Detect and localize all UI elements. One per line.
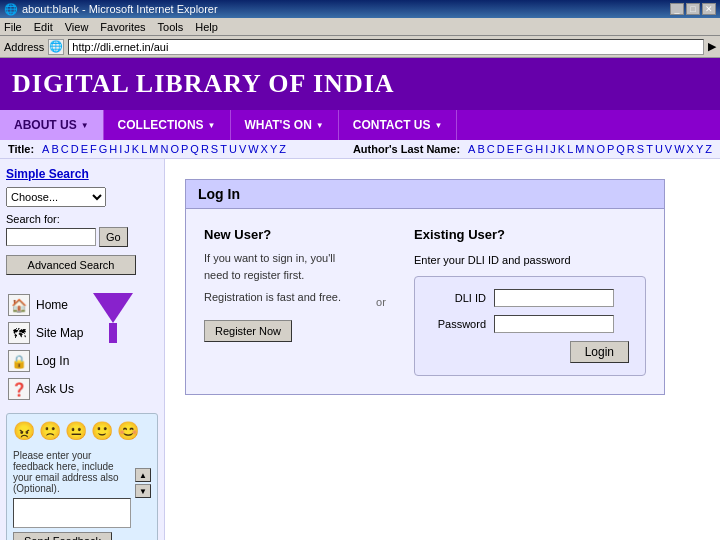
emoji-angry[interactable]: 😠	[13, 420, 35, 442]
login-title: Log In	[186, 180, 664, 209]
title-idx-w[interactable]: W	[248, 143, 258, 155]
author-idx-i[interactable]: I	[545, 143, 548, 155]
main-content: Log In New User? If you want to sign in,…	[165, 159, 720, 540]
nav-contact-arrow: ▼	[435, 121, 443, 130]
author-idx-k[interactable]: K	[558, 143, 565, 155]
feedback-textarea[interactable]	[13, 498, 131, 528]
menu-view[interactable]: View	[65, 21, 89, 33]
nav-about-us[interactable]: ABOUT US ▼	[0, 110, 104, 140]
author-idx-d[interactable]: D	[497, 143, 505, 155]
title-idx-u[interactable]: U	[229, 143, 237, 155]
title-idx-m[interactable]: M	[149, 143, 158, 155]
advanced-search-button[interactable]: Advanced Search	[6, 255, 136, 275]
nav-login-item[interactable]: 🔒 Log In	[6, 347, 85, 375]
content-area: Simple Search Choose... Search for: Go A…	[0, 159, 720, 540]
scroll-down-button[interactable]: ▼	[135, 484, 151, 498]
password-field: Password	[431, 315, 629, 333]
author-idx-v[interactable]: V	[665, 143, 672, 155]
author-idx-q[interactable]: Q	[616, 143, 625, 155]
menu-help[interactable]: Help	[195, 21, 218, 33]
title-idx-f[interactable]: F	[90, 143, 97, 155]
nav-contact-us[interactable]: CONTACT US ▼	[339, 110, 458, 140]
address-input[interactable]	[68, 39, 704, 55]
author-idx-r[interactable]: R	[627, 143, 635, 155]
title-idx-y[interactable]: Y	[270, 143, 277, 155]
title-idx-s[interactable]: S	[211, 143, 218, 155]
menu-file[interactable]: File	[4, 21, 22, 33]
title-idx-z[interactable]: Z	[279, 143, 286, 155]
author-idx-t[interactable]: T	[646, 143, 653, 155]
feedback-instruction: Please enter your feedback here, include…	[13, 450, 131, 494]
author-idx-a[interactable]: A	[468, 143, 475, 155]
address-go-button[interactable]: ▶	[708, 40, 716, 53]
author-idx-o[interactable]: O	[596, 143, 605, 155]
title-idx-h[interactable]: H	[109, 143, 117, 155]
dli-id-input[interactable]	[494, 289, 614, 307]
emoji-neutral[interactable]: 😐	[65, 420, 87, 442]
login-button[interactable]: Login	[570, 341, 629, 363]
search-input[interactable]	[6, 228, 96, 246]
author-idx-c[interactable]: C	[487, 143, 495, 155]
nav-askus-item[interactable]: ❓ Ask Us	[6, 375, 85, 403]
maximize-button[interactable]: □	[686, 3, 700, 15]
title-idx-p[interactable]: P	[181, 143, 188, 155]
author-idx-s[interactable]: S	[637, 143, 644, 155]
nav-collections-arrow: ▼	[208, 121, 216, 130]
title-idx-r[interactable]: R	[201, 143, 209, 155]
title-idx-q[interactable]: Q	[190, 143, 199, 155]
minimize-button[interactable]: _	[670, 3, 684, 15]
author-idx-j[interactable]: J	[550, 143, 556, 155]
menu-edit[interactable]: Edit	[34, 21, 53, 33]
title-idx-k[interactable]: K	[132, 143, 139, 155]
title-idx-v[interactable]: V	[239, 143, 246, 155]
author-idx-h[interactable]: H	[535, 143, 543, 155]
author-idx-f[interactable]: F	[516, 143, 523, 155]
menu-tools[interactable]: Tools	[158, 21, 184, 33]
title-idx-d[interactable]: D	[71, 143, 79, 155]
new-user-desc1: If you want to sign in, you'll need to r…	[204, 250, 348, 283]
nav-collections[interactable]: COLLECTIONS ▼	[104, 110, 231, 140]
simple-search-title[interactable]: Simple Search	[6, 167, 158, 181]
title-idx-n[interactable]: N	[160, 143, 168, 155]
author-idx-z[interactable]: Z	[705, 143, 712, 155]
title-idx-t[interactable]: T	[220, 143, 227, 155]
window-controls[interactable]: _ □ ✕	[670, 3, 716, 15]
emoji-happy[interactable]: 🙂	[91, 420, 113, 442]
send-feedback-button[interactable]: Send Feedback	[13, 532, 112, 540]
author-idx-x[interactable]: X	[687, 143, 694, 155]
author-idx-w[interactable]: W	[674, 143, 684, 155]
nav-whats-on[interactable]: WHAT'S ON ▼	[231, 110, 339, 140]
author-idx-n[interactable]: N	[586, 143, 594, 155]
author-idx-g[interactable]: G	[525, 143, 534, 155]
register-now-button[interactable]: Register Now	[204, 320, 292, 342]
password-input[interactable]	[494, 315, 614, 333]
emoji-very-happy[interactable]: 😊	[117, 420, 139, 442]
author-idx-u[interactable]: U	[655, 143, 663, 155]
title-idx-o[interactable]: O	[170, 143, 179, 155]
scroll-up-button[interactable]: ▲	[135, 468, 151, 482]
title-idx-i[interactable]: I	[119, 143, 122, 155]
author-idx-e[interactable]: E	[507, 143, 514, 155]
author-idx-l[interactable]: L	[567, 143, 573, 155]
title-idx-c[interactable]: C	[61, 143, 69, 155]
scroll-controls: ▲ ▼	[135, 468, 151, 528]
close-button[interactable]: ✕	[702, 3, 716, 15]
title-idx-e[interactable]: E	[81, 143, 88, 155]
author-idx-b[interactable]: B	[477, 143, 484, 155]
emoji-sad[interactable]: 🙁	[39, 420, 61, 442]
author-idx-y[interactable]: Y	[696, 143, 703, 155]
nav-sitemap-item[interactable]: 🗺 Site Map	[6, 319, 85, 347]
title-idx-l[interactable]: L	[141, 143, 147, 155]
feedback-text-wrap: Please enter your feedback here, include…	[13, 446, 131, 528]
title-idx-g[interactable]: G	[99, 143, 108, 155]
title-idx-j[interactable]: J	[124, 143, 130, 155]
nav-home-item[interactable]: 🏠 Home	[6, 291, 85, 319]
search-category-select[interactable]: Choose...	[6, 187, 106, 207]
author-idx-p[interactable]: P	[607, 143, 614, 155]
title-idx-a[interactable]: A	[42, 143, 49, 155]
menu-favorites[interactable]: Favorites	[100, 21, 145, 33]
title-idx-b[interactable]: B	[51, 143, 58, 155]
go-button[interactable]: Go	[99, 227, 128, 247]
author-idx-m[interactable]: M	[575, 143, 584, 155]
title-idx-x[interactable]: X	[261, 143, 268, 155]
